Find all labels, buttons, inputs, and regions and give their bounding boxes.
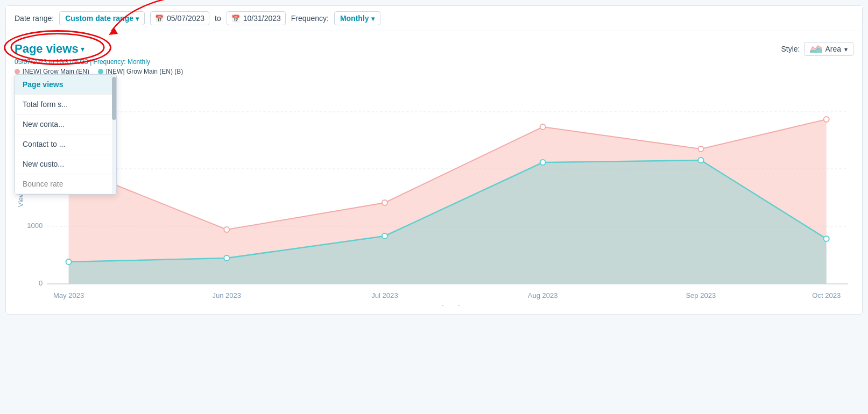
chart-header: Page views ▾ Page views Total form s... … — [15, 38, 853, 58]
date-range-button[interactable]: Custom date range — [59, 11, 145, 25]
chart-svg: 0 1000 2000 3000 Views — [15, 80, 853, 305]
date-range-label: Date range: — [15, 14, 54, 23]
metric-dropdown-menu: Page views Total form s... New conta... … — [15, 74, 117, 195]
dropdown-item-total-form[interactable]: Total form s... — [15, 95, 116, 115]
series-b-dot-jun — [224, 255, 229, 261]
x-label-oct: Oct 2023 — [812, 291, 841, 299]
x-label-aug: Aug 2023 — [528, 291, 558, 299]
svg-text:0: 0 — [39, 279, 43, 287]
legend-dot-b — [98, 69, 103, 74]
series-a-dot-sep — [698, 146, 703, 152]
frequency-chevron-icon — [371, 14, 375, 23]
style-section: Style: Area — [781, 42, 853, 56]
dropdown-item-new-contacts[interactable]: New conta... — [15, 115, 116, 134]
date-separator: to — [215, 14, 221, 23]
x-label-jul: Jul 2023 — [371, 291, 398, 299]
metric-selector[interactable]: Page views ▾ — [15, 42, 84, 56]
dropdown-item-bounce-rate[interactable]: Bounce rate — [15, 174, 116, 194]
chart-subtitle: 05/07/2023 to 10/31/2023 | Frequency: Mo… — [15, 58, 853, 75]
style-label: Style: — [781, 45, 800, 53]
legend-dot-a — [15, 69, 20, 74]
series-a-dot-aug — [540, 124, 546, 130]
area-style-icon — [810, 45, 822, 53]
date-from-value: 05/07/2023 — [167, 14, 204, 23]
metric-dropdown-icon: ▾ — [81, 45, 84, 53]
date-range-chevron-icon — [136, 14, 139, 23]
series-b-dot-sep — [698, 158, 703, 163]
x-axis-label: Session date — [424, 304, 471, 305]
x-label-may: May 2023 — [53, 291, 84, 299]
series-b-dot-jul — [382, 233, 387, 239]
scrollbar-track — [112, 75, 116, 194]
dropdown-scroll[interactable]: Page views Total form s... New conta... … — [15, 75, 116, 194]
series-a-dot-oct — [824, 117, 829, 122]
toolbar: Date range: Custom date range 📅 05/07/20… — [6, 6, 862, 31]
calendar-to-icon: 📅 — [231, 15, 240, 23]
chart-legend: [NEW] Grow Main (EN) [NEW] Grow Main (EN… — [15, 68, 853, 75]
style-chevron-icon — [844, 45, 848, 53]
date-range-value: Custom date range — [65, 14, 133, 23]
style-button[interactable]: Area — [804, 42, 853, 56]
chart-subtitle-text: 05/07/2023 to 10/31/2023 | Frequency: Mo… — [15, 58, 150, 66]
series-b-dot-oct — [824, 236, 829, 241]
calendar-from-icon: 📅 — [155, 15, 164, 23]
x-label-sep: Sep 2023 — [686, 291, 716, 299]
dropdown-item-contact-to[interactable]: Contact to ... — [15, 134, 116, 154]
style-value: Area — [825, 45, 841, 53]
date-to-input[interactable]: 📅 10/31/2023 — [227, 11, 286, 25]
svg-text:1000: 1000 — [27, 222, 43, 230]
dropdown-item-page-views[interactable]: Page views — [15, 75, 116, 95]
chart-area: 0 1000 2000 3000 Views — [15, 80, 853, 305]
series-b-dot-aug — [540, 160, 546, 165]
frequency-button[interactable]: Monthly — [334, 11, 380, 25]
x-label-jun: Jun 2023 — [212, 291, 241, 299]
metric-title: Page views — [15, 42, 79, 56]
dropdown-item-new-customers[interactable]: New custo... — [15, 154, 116, 174]
legend-label-b: [NEW] Grow Main (EN) (B) — [106, 68, 183, 75]
date-to-value: 10/31/2023 — [243, 14, 281, 23]
series-a-dot-jun — [224, 227, 229, 232]
analytics-container: Date range: Custom date range 📅 05/07/20… — [5, 5, 863, 315]
frequency-value: Monthly — [340, 14, 369, 23]
date-from-input[interactable]: 📅 05/07/2023 — [150, 11, 209, 25]
series-b-dot-may — [66, 259, 72, 265]
frequency-label: Frequency: — [291, 14, 329, 23]
scrollbar-thumb[interactable] — [112, 77, 116, 120]
series-a-dot-jul — [382, 200, 387, 205]
